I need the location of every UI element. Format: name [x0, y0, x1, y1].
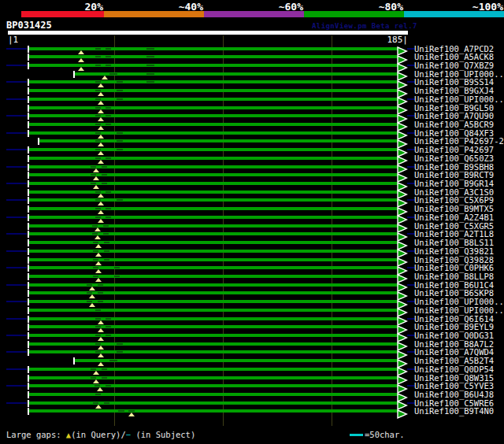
alignment-bar[interactable]	[29, 401, 398, 405]
subject-gap-dash	[95, 318, 101, 320]
leader-line	[6, 183, 27, 184]
subject-gap-dash	[146, 56, 154, 57]
alignment-bar[interactable]	[29, 173, 398, 176]
query-gap-triangle-icon	[98, 83, 104, 87]
alignment-bar[interactable]	[29, 114, 398, 117]
alignment-bar[interactable]	[29, 55, 398, 58]
scale-label: ~60%	[279, 2, 303, 12]
query-gap-triangle-icon	[98, 126, 104, 130]
query-gap-triangle-icon	[128, 413, 135, 416]
alignment-bar[interactable]	[29, 148, 398, 151]
subject-gap-dash	[95, 107, 101, 109]
alignment-bar[interactable]	[29, 283, 398, 287]
scalebar-sample-icon	[350, 434, 363, 436]
alignment-bar[interactable]	[29, 291, 398, 294]
query-gap-triangle-icon	[93, 379, 99, 383]
scale-label: ~40%	[179, 2, 203, 12]
subject-gap-dash	[95, 394, 101, 395]
alignment-bar[interactable]	[29, 123, 398, 126]
alignment-bar[interactable]	[29, 47, 398, 50]
alignment-bar[interactable]	[29, 241, 398, 244]
alignment-bar[interactable]	[29, 98, 398, 101]
alignment-bar[interactable]	[29, 89, 398, 92]
alignment-bar[interactable]	[29, 334, 398, 337]
subject-gap-dash	[117, 98, 123, 100]
subject-gap-dash	[92, 233, 98, 235]
alignment-bar[interactable]	[29, 131, 398, 135]
query-gap-triangle-icon	[93, 371, 99, 375]
alignment-bar[interactable]	[29, 325, 398, 328]
legend-suffix: (in Subject)	[131, 430, 195, 439]
alignment-bar[interactable]	[29, 309, 398, 312]
alignment-bar[interactable]	[29, 191, 398, 194]
alignment-bar[interactable]	[29, 207, 398, 210]
query-gap-triangle-icon	[98, 337, 104, 341]
alignment-bar[interactable]	[29, 64, 398, 67]
query-gap-triangle-icon	[98, 346, 104, 350]
alignment-bar[interactable]	[29, 198, 398, 202]
alignment-bar[interactable]	[29, 409, 398, 413]
alignment-bar[interactable]	[29, 224, 398, 228]
query-gap-triangle-icon	[98, 328, 104, 332]
subject-arrow-icon[interactable]	[397, 407, 408, 416]
query-gap-triangle-icon	[89, 303, 95, 307]
query-gap-triangle-icon	[98, 353, 104, 357]
subject-gap-dash	[98, 292, 103, 294]
subject-gap-dash	[93, 259, 98, 261]
query-gap-triangle-icon	[93, 176, 99, 180]
alignment-bar[interactable]	[29, 376, 398, 379]
alignment-bar[interactable]	[39, 139, 398, 142]
leader-line	[6, 284, 27, 286]
alignment-bar[interactable]	[29, 266, 398, 269]
query-gap-triangle-icon	[95, 278, 102, 282]
subject-gap-dash	[87, 292, 92, 294]
query-gap-triangle-icon	[98, 210, 104, 214]
subject-label[interactable]: UniRef100_B9T4N0	[414, 406, 494, 416]
query-gap-triangle-icon	[102, 76, 108, 80]
alignment-bar[interactable]	[29, 258, 398, 261]
alignment-bar[interactable]	[29, 232, 398, 235]
alignment-bar[interactable]	[29, 342, 398, 346]
subject-gap-dash	[117, 90, 123, 91]
scale-label: 20%	[85, 2, 103, 12]
alignment-bar[interactable]	[75, 359, 398, 362]
alignment-bar[interactable]	[29, 182, 398, 185]
gap-legend: Large gaps: ▲(in Query)/− (in Subject)	[6, 430, 195, 440]
query-gap-triangle-icon	[78, 50, 84, 54]
query-title: BP031425	[6, 20, 52, 31]
subject-gap-dash	[92, 225, 98, 227]
alignment-bar[interactable]	[75, 72, 398, 76]
alignment-bar[interactable]	[29, 393, 398, 396]
alignment-bar[interactable]	[29, 157, 398, 160]
alignment-bar[interactable]	[29, 368, 398, 371]
query-gap-triangle-icon	[98, 219, 104, 223]
subject-gap-dash	[95, 65, 101, 66]
alignment-bar[interactable]	[29, 106, 398, 109]
subject-gap-dash	[91, 368, 96, 370]
alignment-bar[interactable]	[29, 275, 398, 278]
leader-line	[6, 267, 27, 268]
subject-gap-dash	[106, 157, 111, 159]
query-gap-triangle-icon	[98, 109, 104, 113]
query-gap-triangle-icon	[98, 92, 104, 96]
subject-gap-dash	[95, 140, 101, 142]
alignment-bar[interactable]	[29, 317, 398, 320]
subject-gap-dash	[102, 368, 107, 370]
leader-line	[6, 233, 27, 235]
alignment-bar[interactable]	[29, 165, 398, 168]
leader-line	[6, 132, 27, 134]
alignment-bar[interactable]	[29, 384, 398, 387]
subject-gap-dash	[102, 166, 107, 168]
leader-line	[6, 368, 27, 370]
subject-gap-dash	[93, 250, 98, 252]
query-gap-triangle-icon	[95, 253, 102, 257]
subject-gap-dash	[95, 56, 101, 57]
alignment-bar[interactable]	[29, 216, 398, 219]
query-gap-triangle-icon	[98, 320, 104, 324]
alignment-bar[interactable]	[29, 80, 398, 83]
alignment-bar[interactable]	[29, 350, 398, 353]
alignment-bar[interactable]	[29, 300, 398, 303]
leader-line	[6, 65, 27, 66]
alignment-bar[interactable]	[29, 250, 398, 253]
subject-gap-dash	[106, 56, 111, 57]
